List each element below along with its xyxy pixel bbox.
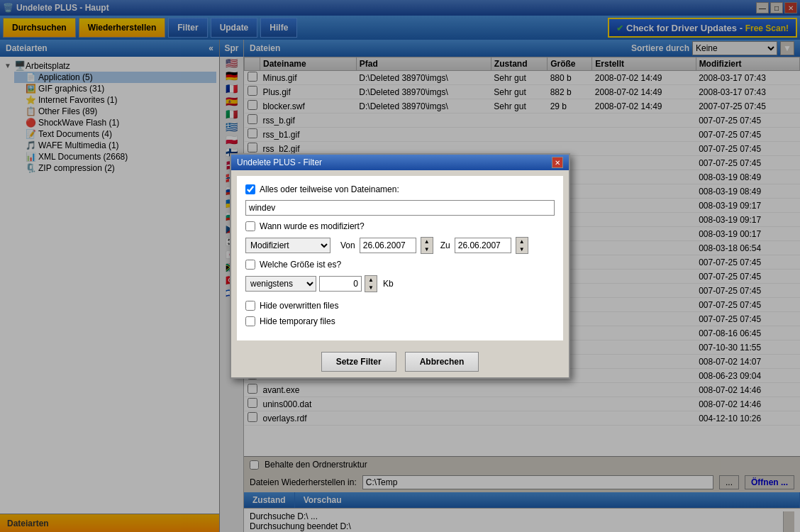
filename-label: Alles oder teilweise von Dateinamen: xyxy=(260,184,399,194)
cancel-button[interactable]: Abbrechen xyxy=(405,352,479,372)
date-to-down[interactable]: ▼ xyxy=(516,245,528,253)
date-row: Wann wurde es modifiziert? xyxy=(245,221,555,231)
date-to-up[interactable]: ▲ xyxy=(516,238,528,245)
set-filter-button[interactable]: Setze Filter xyxy=(321,352,396,372)
size-unit: Kb xyxy=(383,279,394,289)
size-input-row: wenigstens höchstens genau ▲ ▼ Kb xyxy=(245,275,555,292)
date-to-input[interactable] xyxy=(455,238,511,253)
hide-temp-row: Hide temporary files xyxy=(245,316,555,326)
date-from-down[interactable]: ▼ xyxy=(421,245,433,253)
size-type-select[interactable]: wenigstens höchstens genau xyxy=(245,276,316,292)
size-checkbox[interactable] xyxy=(245,260,255,270)
dialog-title-bar: Undelete PLUS - Filter ✕ xyxy=(231,155,569,170)
hide-temp-checkbox[interactable] xyxy=(245,316,255,326)
size-row: Welche Größe ist es? xyxy=(245,260,555,270)
date-to-spinner[interactable]: ▲ ▼ xyxy=(516,237,528,254)
size-label: Welche Größe ist es? xyxy=(260,260,341,270)
filter-dialog-overlay: Undelete PLUS - Filter ✕ Alles oder teil… xyxy=(0,0,800,532)
date-type-select[interactable]: Modifiziert Erstellt xyxy=(245,238,330,253)
date-from-input[interactable] xyxy=(360,238,416,253)
size-up[interactable]: ▲ xyxy=(365,276,377,284)
size-spinner[interactable]: ▲ ▼ xyxy=(365,275,377,292)
dialog-title: Undelete PLUS - Filter xyxy=(237,157,322,167)
date-range-row: Modifiziert Erstellt Von ▲ ▼ Zu ▲ ▼ xyxy=(245,237,555,254)
dialog-close-button[interactable]: ✕ xyxy=(552,157,563,168)
size-value-input[interactable] xyxy=(319,276,362,292)
hide-overwritten-label: Hide overwritten files xyxy=(260,301,338,311)
hide-overwritten-row: Hide overwritten files xyxy=(245,301,555,311)
date-label: Wann wurde es modifiziert? xyxy=(260,221,365,231)
to-label: Zu xyxy=(440,240,450,250)
filter-dialog: Undelete PLUS - Filter ✕ Alles oder teil… xyxy=(230,153,570,379)
filename-row: Alles oder teilweise von Dateinamen: xyxy=(245,184,555,194)
date-from-up[interactable]: ▲ xyxy=(421,238,433,245)
hide-temp-label: Hide temporary files xyxy=(260,316,335,326)
dialog-content: Alles oder teilweise von Dateinamen: Wan… xyxy=(237,176,563,340)
filename-checkbox[interactable] xyxy=(245,184,255,194)
from-label: Von xyxy=(340,240,355,250)
date-checkbox[interactable] xyxy=(245,221,255,231)
dialog-buttons: Setze Filter Abbrechen xyxy=(231,346,569,377)
date-from-spinner[interactable]: ▲ ▼ xyxy=(421,237,433,254)
filename-input[interactable] xyxy=(245,200,555,216)
size-down[interactable]: ▼ xyxy=(365,284,377,292)
hide-overwritten-checkbox[interactable] xyxy=(245,301,255,311)
